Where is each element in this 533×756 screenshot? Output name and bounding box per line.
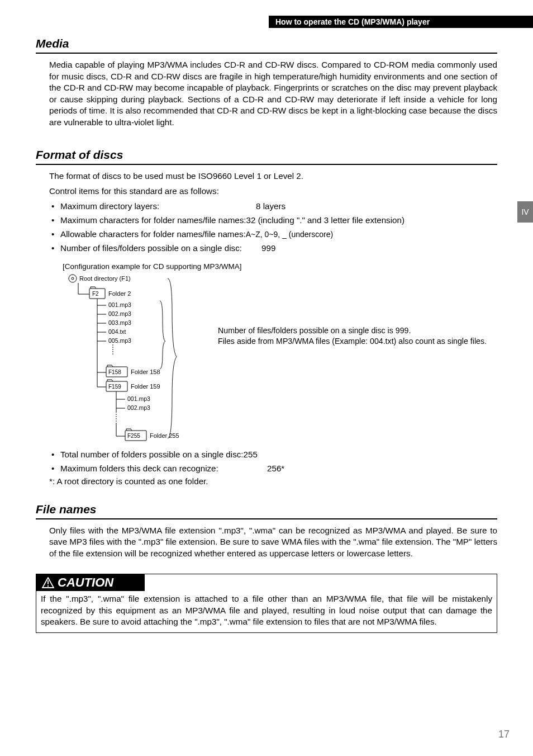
tree-f158-tag: F158 [108, 369, 121, 375]
filenames-body: Only files with the MP3/WMA file extensi… [49, 525, 497, 560]
tree-f255-label: Folder 255 [150, 432, 179, 439]
section-title-media: Media [36, 37, 494, 50]
section-rule [36, 53, 497, 54]
list-item: Total number of folders possible on a si… [49, 448, 497, 461]
list-item: Maximum directory layers:8 layers [49, 200, 497, 213]
page-number: 17 [498, 729, 510, 740]
list-item: Maximum folders this deck can recognize:… [49, 462, 497, 475]
spec-label: Total number of folders possible on a si… [60, 450, 244, 459]
media-body: Media capable of playing MP3/WMA include… [49, 59, 497, 128]
format-spec-list-2: Total number of folders possible on a si… [49, 448, 497, 475]
header-title: How to operate the CD (MP3/WMA) player [275, 17, 430, 26]
spec-label: Maximum characters for folder names/file… [60, 215, 246, 225]
spec-value: 8 layers [256, 200, 285, 213]
tree-f159-label: Folder 159 [131, 383, 160, 390]
spec-value: A~Z, 0~9, _ (underscore) [246, 230, 333, 239]
header-bar: How to operate the CD (MP3/WMA) player [269, 16, 533, 28]
svg-point-1 [72, 277, 74, 280]
tree-file: 002.mp3 [127, 404, 150, 411]
tree-file: 005.mp3 [108, 337, 131, 344]
format-intro-1: The format of discs to be used must be I… [49, 171, 497, 182]
caution-title: CAUTION [58, 575, 113, 590]
side-tab-chapter: IV [517, 201, 533, 223]
svg-point-0 [69, 275, 77, 282]
spec-label: Maximum directory layers: [60, 200, 256, 213]
section-title-filenames: File names [36, 503, 494, 516]
spec-value: 32 (including "." and 3 letter file exte… [246, 215, 404, 225]
tree-file: 003.mp3 [108, 319, 131, 326]
list-item: Allowable characters for folder names/fi… [49, 228, 497, 241]
format-footnote: *: A root directory is counted as one fo… [49, 476, 497, 486]
tree-file: 001.mp3 [127, 395, 150, 402]
tree-file: 001.mp3 [108, 301, 131, 308]
svg-point-28 [47, 585, 49, 587]
tree-f2-label: Folder 2 [108, 290, 131, 297]
diagram-note: Number of files/folders possible on a si… [218, 325, 487, 347]
caution-header: CAUTION [36, 574, 145, 591]
side-tab-label: IV [521, 207, 529, 216]
tree-diagram: Root directory (F1) F2 Folder 2 001.mp3 … [63, 273, 497, 446]
list-item: Maximum characters for folder names/file… [49, 214, 497, 227]
list-item: Number of files/folders possible on a si… [49, 242, 497, 255]
tree-file: 004.txt [108, 328, 126, 335]
section-rule [36, 518, 497, 519]
caution-body: If the ".mp3", ".wma" file extension is … [36, 591, 497, 632]
caution-box: CAUTION If the ".mp3", ".wma" file exten… [36, 574, 497, 633]
diagram-note-line-1: Number of files/folders possible on a si… [218, 325, 487, 336]
section-title-format: Format of discs [36, 148, 494, 162]
spec-label: Allowable characters for folder names/fi… [60, 229, 246, 239]
tree-f159-tag: F159 [108, 384, 121, 390]
tree-f158-label: Folder 158 [131, 368, 160, 375]
tree-f255-tag: F255 [127, 433, 140, 439]
format-intro-2: Control items for this standard are as f… [49, 186, 497, 197]
diagram-note-line-2: Files aside from MP3/WMA files (Example:… [218, 336, 487, 347]
spec-value: 255 [244, 450, 258, 459]
tree-f2-tag: F2 [92, 291, 99, 297]
warning-triangle-icon [42, 577, 54, 588]
spec-value: 999 [261, 242, 275, 255]
config-example-caption: [Configuration example for CD supporting… [63, 262, 497, 271]
spec-label: Number of files/folders possible on a si… [60, 242, 261, 255]
tree-root-label: Root directory (F1) [79, 275, 131, 282]
spec-value: 256* [267, 462, 284, 475]
spec-label: Maximum folders this deck can recognize: [60, 462, 267, 475]
directory-tree-svg: Root directory (F1) F2 Folder 2 001.mp3 … [63, 273, 208, 446]
format-spec-list: Maximum directory layers:8 layers Maximu… [49, 200, 497, 254]
tree-file: 002.mp3 [108, 310, 131, 317]
section-rule [36, 164, 497, 165]
